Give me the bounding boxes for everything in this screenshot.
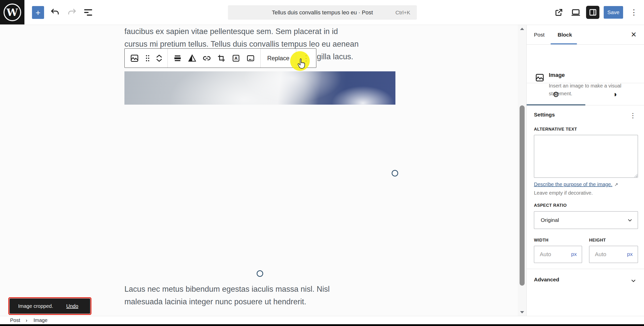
view-post-button[interactable] <box>553 6 565 19</box>
move-up-icon <box>155 54 163 58</box>
close-sidebar-button[interactable]: × <box>627 28 640 41</box>
plus-icon: + <box>36 8 41 17</box>
active-tab-underline <box>551 43 577 44</box>
breadcrumb-chevron-icon: › <box>26 317 27 323</box>
crop-icon <box>217 53 226 63</box>
describe-purpose-text: Describe the purpose of the image. <box>534 182 612 187</box>
wordpress-logo-icon: W <box>4 4 21 21</box>
width-input-wrap: px <box>534 246 582 263</box>
width-unit[interactable]: px <box>571 251 577 257</box>
breadcrumb-image[interactable]: Image <box>33 317 48 323</box>
active-tool-tab-underline <box>527 104 585 105</box>
document-title-bar[interactable]: Tellus duis convallis tempus leo eu · Po… <box>228 5 417 20</box>
height-input-wrap: px <box>589 246 638 263</box>
sidebar-panel-icon <box>588 8 598 17</box>
link-button[interactable] <box>199 49 214 68</box>
aspect-ratio-label: ASPECT RATIO <box>534 203 567 208</box>
move-down-icon <box>155 58 163 62</box>
image-block-icon <box>129 53 140 63</box>
screen-edge <box>0 324 644 326</box>
toolbar-group-block <box>125 49 167 68</box>
text-overlay-icon: A <box>231 53 241 63</box>
aspect-ratio-select[interactable]: Original <box>534 211 638 229</box>
align-button[interactable] <box>170 49 185 68</box>
duotone-filter-button[interactable] <box>185 49 199 68</box>
tab-block[interactable]: Block <box>558 25 572 45</box>
list-view-button[interactable] <box>82 6 94 19</box>
alt-text-input[interactable] <box>534 135 638 178</box>
image-resize-handle-bottom[interactable] <box>257 270 263 277</box>
caption-button[interactable] <box>243 49 258 68</box>
scroll-down-arrow[interactable] <box>520 311 524 313</box>
scrollbar-thumb[interactable] <box>520 105 525 286</box>
settings-heading: Settings <box>534 112 555 118</box>
aspect-ratio-value: Original <box>541 217 559 223</box>
block-mover[interactable] <box>153 54 165 62</box>
sidebar-tool-tabs: ⚙ ◑ <box>527 83 644 105</box>
decorative-hint: Leave empty if decorative. <box>534 190 593 196</box>
editor-scrollbar[interactable] <box>518 25 526 316</box>
duotone-filter-icon <box>187 53 197 63</box>
document-title: Tellus duis convallis tempus leo eu · Po… <box>272 9 373 16</box>
describe-purpose-link[interactable]: Describe the purpose of the image.↗ <box>534 182 618 187</box>
crop-button[interactable] <box>214 49 229 68</box>
list-view-icon <box>83 7 93 18</box>
link-icon <box>202 53 212 63</box>
paragraph-line[interactable]: malesuada lacinia integer nunc posuere u… <box>124 295 306 308</box>
settings-sidebar-toggle[interactable] <box>586 6 599 19</box>
top-bar: W + Tellus duis convallis tempus leo eu … <box>0 0 644 25</box>
snackbar[interactable]: Image cropped. Undo <box>10 299 90 314</box>
external-link-icon <box>554 7 564 17</box>
tab-styles[interactable]: ◑ <box>585 83 644 105</box>
paragraph-line[interactable]: Lacus nec metus bibendum egestas iaculis… <box>124 283 330 295</box>
desktop-preview-icon <box>570 7 581 18</box>
gear-icon: ⚙ <box>553 90 559 99</box>
width-label: WIDTH <box>534 238 549 243</box>
paragraph-line[interactable]: gilla lacus. <box>317 50 353 63</box>
settings-options-button[interactable]: ⋮ <box>627 110 638 121</box>
options-menu-button[interactable]: ⋮ <box>628 6 640 19</box>
image-resize-handle-right[interactable] <box>392 170 398 176</box>
block-inserter-button[interactable]: + <box>32 6 44 19</box>
text-overlay-button[interactable]: A <box>229 49 243 68</box>
height-unit[interactable]: px <box>627 251 633 257</box>
kebab-icon: ⋮ <box>630 112 636 119</box>
tab-post[interactable]: Post <box>534 25 545 45</box>
image-block-type-button[interactable] <box>127 49 142 68</box>
paragraph-line[interactable]: faucibus ex sapien vitae pellentesque se… <box>124 25 338 38</box>
external-arrow-icon: ↗ <box>614 182 618 187</box>
wordpress-logo[interactable]: W <box>0 0 24 24</box>
settings-sidebar: Post Block × Image Insert an image to ma… <box>526 25 644 316</box>
hand-cursor <box>296 58 306 70</box>
advanced-panel-toggle[interactable]: Advanced <box>527 269 644 291</box>
snackbar-undo-button[interactable]: Undo <box>66 303 78 309</box>
drag-handle-icon <box>143 54 152 63</box>
preview-button[interactable] <box>570 6 582 19</box>
align-icon <box>173 53 182 63</box>
block-card-title: Image <box>549 72 565 78</box>
styles-contrast-icon: ◑ <box>612 90 617 98</box>
advanced-label: Advanced <box>534 277 559 283</box>
scroll-up-arrow[interactable] <box>520 28 524 30</box>
close-icon: × <box>631 29 636 40</box>
tab-settings-gear[interactable]: ⚙ <box>527 83 585 105</box>
breadcrumb-post[interactable]: Post <box>10 317 20 323</box>
redo-button[interactable] <box>66 6 78 19</box>
image-block-toolbar: A Replace ⋮ <box>124 48 316 68</box>
command-shortcut: Ctrl+K <box>395 10 410 16</box>
redo-icon <box>67 7 77 17</box>
chevron-down-icon <box>627 217 633 223</box>
undo-icon <box>50 7 60 17</box>
logo-letter: W <box>7 7 18 17</box>
height-label: HEIGHT <box>589 238 606 243</box>
sidebar-tabs: Post Block × <box>527 25 644 45</box>
save-button[interactable]: Save <box>604 6 623 19</box>
toolbar-group-image-tools: A <box>168 49 260 68</box>
drag-handle[interactable] <box>142 49 153 68</box>
image-block-preview[interactable] <box>124 71 395 105</box>
svg-text:A: A <box>234 56 238 61</box>
undo-button[interactable] <box>49 6 61 19</box>
block-card: Image Insert an image to make a visual s… <box>527 45 644 83</box>
annotation-red-box: Image cropped. Undo <box>8 297 91 315</box>
kebab-icon: ⋮ <box>630 9 638 16</box>
